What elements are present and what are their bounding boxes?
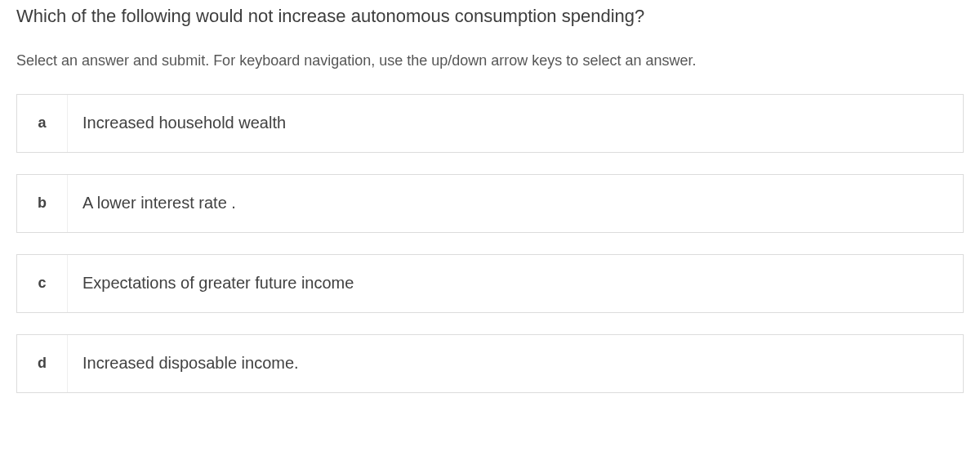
option-a[interactable]: a Increased household wealth — [16, 94, 964, 153]
option-letter: c — [17, 255, 68, 312]
option-letter: a — [17, 95, 68, 152]
option-letter: d — [17, 335, 68, 392]
option-letter: b — [17, 175, 68, 232]
option-b[interactable]: b A lower interest rate . — [16, 174, 964, 233]
option-text: Expectations of greater future income — [68, 255, 963, 312]
option-text: Increased household wealth — [68, 95, 963, 152]
question-text: Which of the following would not increas… — [16, 4, 964, 29]
options-list: a Increased household wealth b A lower i… — [16, 94, 964, 393]
option-c[interactable]: c Expectations of greater future income — [16, 254, 964, 313]
instructions-text: Select an answer and submit. For keyboar… — [16, 52, 964, 69]
option-d[interactable]: d Increased disposable income. — [16, 334, 964, 393]
option-text: Increased disposable income. — [68, 335, 963, 392]
option-text: A lower interest rate . — [68, 175, 963, 232]
